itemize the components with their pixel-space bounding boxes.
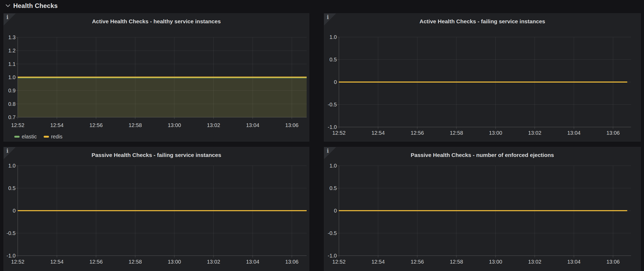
panel-title[interactable]: Passive Health Checks - number of enforc…: [324, 152, 641, 158]
x-axis-label: 13:02: [528, 130, 541, 136]
x-axis-label: 13:04: [567, 259, 580, 265]
x-axis-label: 13:06: [606, 259, 620, 265]
legend-item[interactable]: elastic: [14, 134, 37, 139]
y-axis-label: 0: [3, 208, 16, 214]
legend-swatch-icon: [14, 136, 20, 138]
y-axis-label: 0: [325, 79, 337, 85]
y-axis-label: 1.0: [3, 163, 16, 169]
y-axis-label: -1.0: [3, 253, 16, 259]
x-axis-label: 12:52: [332, 130, 346, 136]
x-axis-label: 13:04: [246, 259, 259, 265]
y-axis-label: 1.0: [3, 74, 16, 80]
x-axis-label: 13:06: [285, 259, 298, 265]
x-axis-label: 12:56: [411, 130, 424, 136]
dashboard-row-health-checks[interactable]: Health Checks: [0, 0, 644, 12]
panel: i Passive Health Checks - failing servic…: [3, 147, 309, 271]
x-axis-label: 12:58: [450, 259, 463, 265]
plot-area[interactable]: [18, 37, 307, 117]
plot-area[interactable]: [18, 166, 307, 256]
panel-title[interactable]: Passive Health Checks - failing service …: [4, 152, 309, 158]
y-axis-label: 0: [325, 208, 337, 214]
legend: elasticredis: [14, 134, 62, 139]
x-axis-label: 13:00: [168, 259, 181, 265]
y-axis-label: 0.5: [325, 57, 337, 62]
panel-title[interactable]: Active Health Checks - healthy service i…: [4, 18, 309, 25]
plot-area[interactable]: [339, 166, 631, 256]
y-axis-label: 1.1: [3, 61, 16, 67]
legend-item[interactable]: redis: [44, 134, 62, 139]
legend-label: elastic: [22, 134, 37, 139]
x-axis-label: 13:02: [207, 259, 220, 265]
y-axis-label: -1.0: [325, 124, 337, 130]
y-axis-label: 0.9: [3, 88, 16, 93]
chevron-down-icon: [5, 4, 11, 8]
x-axis-label: 13:04: [567, 130, 580, 136]
y-axis-label: 1.0: [325, 163, 337, 169]
x-axis-label: 12:58: [129, 122, 142, 128]
chart-svg: [18, 166, 307, 256]
series-fill: [18, 77, 307, 117]
x-axis-label: 13:02: [528, 259, 541, 265]
x-axis-label: 12:56: [89, 122, 103, 128]
chart-svg: [339, 166, 631, 256]
x-axis-label: 13:06: [285, 122, 298, 128]
x-axis-label: 12:54: [371, 130, 385, 136]
x-axis-label: 13:00: [489, 130, 502, 136]
panel-title[interactable]: Active Health Checks - failing service i…: [324, 18, 641, 25]
x-axis-label: 13:06: [606, 130, 620, 136]
row-title: Health Checks: [13, 2, 58, 10]
x-axis-label: 12:52: [332, 259, 346, 265]
y-axis-label: 1.0: [325, 34, 337, 40]
x-axis-label: 13:00: [168, 122, 181, 128]
y-axis-label: 0.7: [3, 114, 16, 120]
plot-area[interactable]: [339, 37, 631, 127]
x-axis-label: 12:52: [11, 259, 24, 265]
x-axis-label: 12:54: [50, 259, 64, 265]
x-axis-label: 12:54: [50, 122, 64, 128]
y-axis-label: -0.5: [3, 230, 16, 236]
y-axis-label: 1.3: [3, 34, 16, 40]
x-axis-label: 13:00: [489, 259, 502, 265]
y-axis-label: -0.5: [325, 102, 337, 107]
legend-swatch-icon: [44, 136, 49, 138]
legend-label: redis: [51, 134, 62, 139]
y-axis-label: 0.5: [3, 185, 16, 191]
chart-svg: [18, 37, 307, 117]
x-axis-label: 12:54: [371, 259, 385, 265]
x-axis-label: 12:56: [411, 259, 424, 265]
panel: i Passive Health Checks - number of enfo…: [324, 147, 641, 271]
chart-svg: [339, 37, 631, 127]
x-axis-label: 13:02: [207, 122, 220, 128]
panel: i Active Health Checks - failing service…: [324, 13, 641, 142]
panel: i Active Health Checks - healthy service…: [3, 13, 309, 142]
x-axis-label: 12:58: [450, 130, 463, 136]
x-axis-label: 12:58: [129, 259, 142, 265]
x-axis-label: 12:56: [89, 259, 103, 265]
y-axis-label: -0.5: [325, 230, 337, 236]
y-axis-label: 1.2: [3, 48, 16, 53]
y-axis-label: 0.8: [3, 101, 16, 107]
y-axis-label: 0.5: [325, 185, 337, 191]
x-axis-label: 13:04: [246, 122, 259, 128]
x-axis-label: 12:52: [11, 122, 24, 128]
y-axis-label: -1.0: [325, 253, 337, 259]
